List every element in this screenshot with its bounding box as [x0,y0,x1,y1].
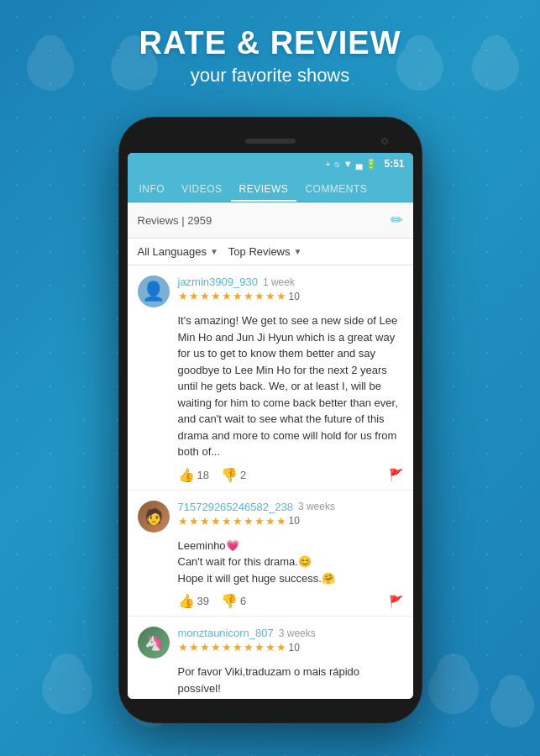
rating-number: 10 [289,291,300,302]
thumbs-down-icon: 👎 [221,467,238,483]
avatar-image: 👤 [138,276,170,307]
review-time: 3 weeks [298,501,335,512]
star-5: ★ [222,290,232,302]
star-8: ★ [254,641,265,654]
avatar-image: 🦄 [138,627,170,659]
review-time: 1 week [263,276,295,288]
star-2: ★ [189,515,199,528]
phone-screen: + ⍉ ▼ ▄ 🔋 5:51 INFO VIDEOS REVIEWS COMME… [128,153,413,699]
thumbs-up-icon: 👍 [178,467,195,483]
main-title: RATE & REVIEW [0,25,540,61]
review-item: 👤 jazmin3909_930 1 week ★ ★ ★ [128,265,413,491]
battery-icon: 🔋 [365,159,377,170]
review-meta: jazmin3909_930 1 week ★ ★ ★ ★ ★ ★ ★ [178,276,403,302]
review-username: jazmin3909_930 [178,276,258,288]
tab-reviews[interactable]: REVIEWS [231,175,297,202]
bluetooth-icon: + [325,159,330,169]
star-6: ★ [233,641,243,654]
star-6: ★ [233,515,243,528]
dislike-button[interactable]: 👎 6 [221,593,246,609]
svg-point-18 [48,669,63,685]
star-8: ★ [254,290,265,302]
tab-bar: INFO VIDEOS REVIEWS COMMENTS [128,175,413,202]
review-user-row: 715729265246582_238 3 weeks [178,501,403,513]
phone-body: + ⍉ ▼ ▄ 🔋 5:51 INFO VIDEOS REVIEWS COMME… [119,118,422,722]
svg-point-26 [434,669,449,685]
language-filter-label: All Languages [138,245,207,258]
review-meta: 715729265246582_238 3 weeks ★ ★ ★ ★ ★ ★ … [178,501,403,528]
status-icons: + ⍉ ▼ ▄ 🔋 5:51 [325,158,404,170]
phone-notch [128,129,413,153]
tab-comments[interactable]: COMMENTS [296,175,375,202]
status-time: 5:51 [384,158,404,170]
review-text: It's amazing! We get to see a new side o… [178,312,403,460]
edit-icon[interactable]: ✏ [391,211,403,229]
star-3: ★ [200,290,210,302]
star-6: ★ [233,290,243,302]
star-2: ★ [189,290,199,302]
review-time: 3 weeks [279,627,316,639]
like-count: 39 [197,595,209,607]
language-filter[interactable]: All Languages ▼ [138,245,218,258]
stars-row: ★ ★ ★ ★ ★ ★ ★ ★ ★ ★ 10 [178,641,403,654]
avatar: 🧑 [138,501,170,533]
language-dropdown-arrow: ▼ [210,247,218,256]
avatar-image: 🧑 [138,501,170,533]
review-actions: 👍 39 👎 6 🚩 [178,593,403,609]
signal-bars-icon: ▄ [356,159,363,169]
svg-point-27 [458,669,473,685]
phone-speaker [245,139,296,144]
review-header-row: 👤 jazmin3909_930 1 week ★ ★ ★ [138,276,403,307]
review-header-row: 🧑 715729265246582_238 3 weeks ★ ★ [138,501,403,533]
star-7: ★ [244,515,254,528]
wifi-icon: ⍉ [334,159,340,169]
star-9: ★ [265,641,275,654]
star-4: ★ [211,515,221,528]
star-5: ★ [222,641,232,654]
review-item: 🦄 monztaunicorn_807 3 weeks ★ ★ ★ [128,617,413,699]
review-text: Leeminho💗Can't wait for this drama.😊Hope… [178,538,403,587]
like-button[interactable]: 👍 39 [178,593,209,609]
flag-icon[interactable]: 🚩 [389,595,403,608]
svg-point-30 [495,687,509,701]
sort-dropdown-arrow: ▼ [294,247,302,256]
reviews-list: 👤 jazmin3909_930 1 week ★ ★ ★ [128,265,413,699]
sort-filter[interactable]: Top Reviews ▼ [228,245,302,258]
sort-filter-label: Top Reviews [228,245,291,258]
star-10: ★ [276,641,286,654]
review-actions: 👍 18 👎 2 🚩 [178,467,403,483]
star-5: ★ [222,515,232,528]
star-10: ★ [276,515,286,528]
flag-icon[interactable]: 🚩 [389,468,403,481]
avatar-emoji: 🧑 [144,507,163,526]
star-1: ★ [178,515,188,528]
tab-videos[interactable]: VIDEOS [173,175,230,202]
star-3: ★ [200,515,210,528]
like-count: 18 [197,469,209,481]
rating-number: 10 [289,642,300,654]
star-1: ★ [178,641,188,654]
review-user-row: jazmin3909_930 1 week [178,276,403,288]
stars-row: ★ ★ ★ ★ ★ ★ ★ ★ ★ ★ 10 [178,515,403,528]
star-9: ★ [265,290,275,302]
phone-camera [381,138,388,144]
thumbs-down-icon: 👎 [221,593,238,609]
filter-row: All Languages ▼ Top Reviews ▼ [128,239,413,265]
tab-info[interactable]: INFO [131,175,174,202]
star-3: ★ [200,641,210,654]
star-7: ★ [244,290,254,302]
avatar-emoji: 🦄 [144,633,163,652]
review-header-row: 🦄 monztaunicorn_807 3 weeks ★ ★ ★ [138,627,403,659]
star-7: ★ [244,641,254,654]
review-text: Por favor Viki,traduzam o mais rápido po… [178,664,403,699]
rating-number: 10 [289,515,300,527]
star-1: ★ [178,290,188,302]
like-button[interactable]: 👍 18 [178,467,209,483]
phone-device: + ⍉ ▼ ▄ 🔋 5:51 INFO VIDEOS REVIEWS COMME… [119,118,422,722]
star-4: ★ [211,290,221,302]
svg-point-19 [71,669,87,685]
dislike-count: 6 [240,595,246,607]
review-user-row: monztaunicorn_807 3 weeks [178,627,403,639]
avatar: 👤 [138,276,170,307]
dislike-button[interactable]: 👎 2 [221,467,246,483]
